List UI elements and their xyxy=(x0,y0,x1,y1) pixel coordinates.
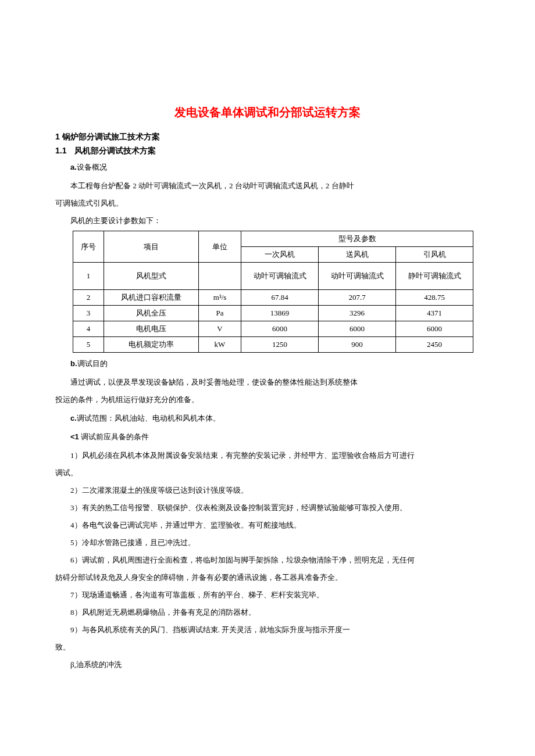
section-a-heading: a.设备概况 xyxy=(55,160,480,175)
cell-seq: 3 xyxy=(73,306,104,321)
cell-v1: 67.84 xyxy=(241,290,319,306)
col-spec-header: 型号及参数 xyxy=(241,231,473,247)
list-item: 4）各电气设备已调试完毕，并通过甲方、监理验收。有可舵接地线。 xyxy=(55,518,480,533)
col-unit-header: 单位 xyxy=(199,231,241,263)
cell-v1: 13869 xyxy=(241,306,319,321)
col-seq-header: 序号 xyxy=(73,231,104,263)
cell-v3: 6000 xyxy=(396,321,473,337)
cell-v2: 900 xyxy=(319,337,396,353)
cell-v3: 4371 xyxy=(396,306,473,321)
cell-unit: kW xyxy=(199,337,241,353)
list-item-continuation: 妨碍分部试转及危及人身安全的障碍物，并备有必要的通讯设施，各工器具准备齐全。 xyxy=(55,570,480,585)
section-c-label: c. xyxy=(70,414,77,422)
cell-v1: 1250 xyxy=(241,337,319,353)
cell-v1: 6000 xyxy=(241,321,319,337)
cell-item: 电机电压 xyxy=(104,321,199,337)
cell-unit: Pa xyxy=(199,306,241,321)
list-item: 1）风机必须在风机本体及附属设备安装结束，有完整的安装记录，并经甲方、监理验收合… xyxy=(55,448,480,463)
list-item: 3）有关的热工信号报警、联锁保护、仪表检测及设备控制装置完好，经调整试验能够可靠… xyxy=(55,500,480,515)
table-row: 3 风机全压 Pa 13869 3296 4371 xyxy=(73,306,473,321)
cell-seq: 5 xyxy=(73,337,104,353)
cell-item: 风机进口容积流量 xyxy=(104,290,199,306)
cell-item: 电机额定功率 xyxy=(104,337,199,353)
page-title: 发电设备单体调试和分部试运转方案 xyxy=(55,105,480,120)
cell-v2: 207.7 xyxy=(319,290,396,306)
cell-item: 风机全压 xyxy=(104,306,199,321)
list-item: 7）现场通道畅通，各沟道有可靠盖板，所有的平台、梯子、栏杆安装完毕。 xyxy=(55,587,480,603)
cell-v2: 6000 xyxy=(319,321,396,337)
cell-v3: 2450 xyxy=(396,337,473,353)
cell-seq: 2 xyxy=(73,290,104,306)
cell-unit: V xyxy=(199,321,241,337)
cell-unit: m³/s xyxy=(199,290,241,306)
section-c-heading: c.调试范围：风机油站、电动机和风机本体。 xyxy=(55,411,480,426)
section-lt1-heading: <1 调试前应具备的条件 xyxy=(55,429,480,445)
section-c-text: 调试范围：风机油站、电动机和风机本体。 xyxy=(77,414,220,422)
paragraph: 通过调试，以便及早发现设备缺陷，及时妥善地处理，使设备的整体性能达到系统整体 xyxy=(55,375,480,390)
cell-unit xyxy=(199,263,241,290)
cell-seq: 1 xyxy=(73,263,104,290)
table-row: 4 电机电压 V 6000 6000 6000 xyxy=(73,321,473,337)
cell-seq: 4 xyxy=(73,321,104,337)
cell-v2: 3296 xyxy=(319,306,396,321)
list-item: 5）冷却水管路已接通，且已冲洗过。 xyxy=(55,535,480,550)
paragraph: 风机的主要设计参数如下： xyxy=(55,213,480,228)
document-page: 发电设备单体调试和分部试运转方案 1 锅炉部分调试旅工技术方案 1.1 风机部分… xyxy=(0,0,535,733)
section-b-heading: b.调试目的 xyxy=(55,356,480,371)
paragraph-beta: β,油系统的冲洗 xyxy=(55,657,480,672)
col-sub3-header: 引风机 xyxy=(396,247,473,263)
cell-item: 风机型式 xyxy=(104,263,199,290)
section-lt1-label: <1 xyxy=(70,432,79,441)
paragraph: 投运的条件，为机组运行做好充分的准备。 xyxy=(55,392,480,407)
section-b-label: b. xyxy=(70,359,77,368)
list-item: 9）与各风机系统有关的风门、挡板调试结束. 开关灵活，就地实际升度与指示开度一 xyxy=(55,622,480,637)
cell-v3: 428.75 xyxy=(396,290,473,306)
cell-v1: 动叶可调轴流式 xyxy=(241,263,319,290)
fan-parameters-table: 序号 项目 单位 型号及参数 一次风机 送风机 引风机 1 风机型式 动叶可调轴… xyxy=(73,231,473,353)
paragraph: 本工程每台炉配备 2 动叶可调轴流式一次风机，2 台动叶可调轴流式送风机，2 台… xyxy=(55,178,480,194)
table-row: 5 电机额定功率 kW 1250 900 2450 xyxy=(73,337,473,353)
list-item-continuation: 致。 xyxy=(55,640,480,655)
section-a-title: 设备概况 xyxy=(77,163,107,171)
list-item: 6）调试前，风机周围进行全面检查，将临时加固与脚手架拆除，垃圾杂物清除干净，照明… xyxy=(55,553,480,568)
section-lt1-text: 调试前应具备的条件 xyxy=(79,432,149,441)
heading-1: 1 锅炉部分调试旅工技术方案 xyxy=(55,132,480,142)
paragraph: 可调轴流式引风机。 xyxy=(55,196,480,211)
col-item-header: 项目 xyxy=(104,231,199,263)
table-row: 2 风机进口容积流量 m³/s 67.84 207.7 428.75 xyxy=(73,290,473,306)
section-a-label: a. xyxy=(70,163,77,171)
cell-v2: 动叶可调轴流式 xyxy=(319,263,396,290)
list-item-continuation: 调试。 xyxy=(55,465,480,481)
col-sub2-header: 送风机 xyxy=(319,247,396,263)
heading-1-1: 1.1 风机部分调试技术方案 xyxy=(55,146,480,156)
list-item: 2）二次灌浆混凝土的强度等级已达到设计强度等级。 xyxy=(55,483,480,498)
cell-v3: 静叶可调轴流式 xyxy=(396,263,473,290)
section-b-title: 调试目的 xyxy=(77,359,108,368)
col-sub1-header: 一次风机 xyxy=(241,247,319,263)
table-header-row: 序号 项目 单位 型号及参数 xyxy=(73,231,473,247)
list-item: 8）风机附近无易燃易爆物品，并备有充足的消防器材。 xyxy=(55,605,480,620)
table-row: 1 风机型式 动叶可调轴流式 动叶可调轴流式 静叶可调轴流式 xyxy=(73,263,473,290)
